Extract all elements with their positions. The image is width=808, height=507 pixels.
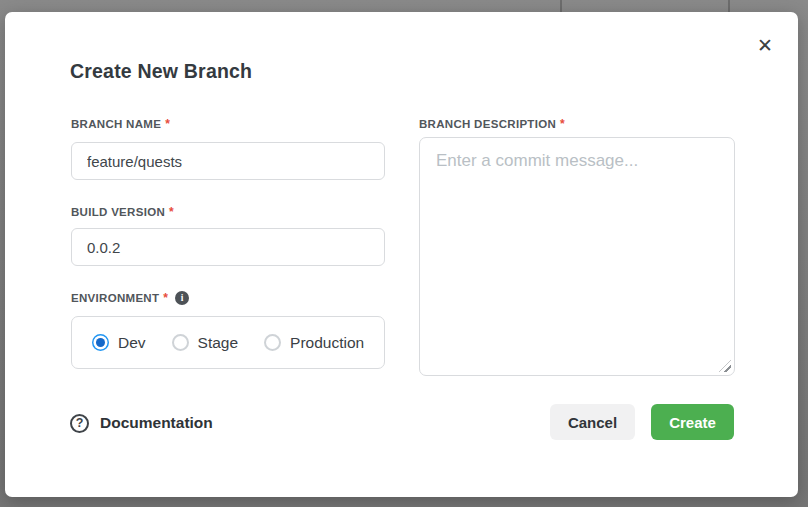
radio-option-dev[interactable]: Dev	[92, 334, 146, 352]
required-marker: *	[163, 291, 168, 305]
environment-label-text: ENVIRONMENT	[71, 292, 159, 304]
radio-selected-icon[interactable]	[92, 334, 109, 351]
documentation-label: Documentation	[100, 414, 213, 432]
radio-option-production[interactable]: Production	[264, 334, 364, 352]
info-icon[interactable]: i	[175, 291, 189, 305]
help-icon: ?	[70, 414, 89, 433]
radio-option-label: Production	[290, 334, 364, 352]
build-version-label: BUILD VERSION *	[71, 205, 174, 219]
branch-description-textarea[interactable]	[419, 137, 735, 376]
environment-label: ENVIRONMENT * i	[71, 291, 189, 305]
branch-name-input[interactable]	[71, 142, 385, 180]
radio-option-label: Stage	[198, 334, 239, 352]
close-icon[interactable]: ✕	[752, 32, 778, 58]
radio-unselected-icon[interactable]	[172, 334, 189, 351]
branch-name-label-text: BRANCH NAME	[71, 118, 161, 130]
radio-option-label: Dev	[118, 334, 146, 352]
branch-description-label: BRANCH DESCRIPTION *	[419, 117, 565, 131]
required-marker: *	[560, 117, 565, 131]
build-version-label-text: BUILD VERSION	[71, 206, 165, 218]
environment-radio-group: Dev Stage Production	[71, 316, 385, 369]
cancel-button[interactable]: Cancel	[550, 404, 635, 440]
required-marker: *	[165, 117, 170, 131]
radio-option-stage[interactable]: Stage	[172, 334, 239, 352]
create-branch-modal: ✕ Create New Branch BRANCH NAME * BUILD …	[5, 12, 798, 497]
radio-unselected-icon[interactable]	[264, 334, 281, 351]
branch-description-wrap	[419, 137, 735, 376]
branch-description-label-text: BRANCH DESCRIPTION	[419, 118, 556, 130]
build-version-input[interactable]	[71, 228, 385, 266]
required-marker: *	[169, 205, 174, 219]
page-title: Create New Branch	[70, 60, 252, 83]
branch-name-label: BRANCH NAME *	[71, 117, 170, 131]
documentation-link[interactable]: ? Documentation	[70, 410, 213, 436]
create-button[interactable]: Create	[651, 404, 734, 440]
